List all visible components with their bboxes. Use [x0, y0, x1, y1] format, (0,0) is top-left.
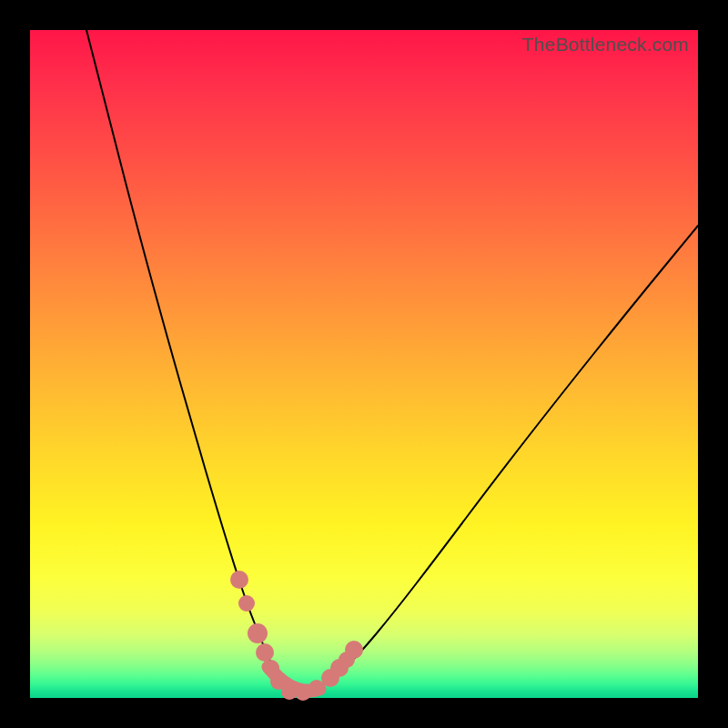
chart-frame: TheBottleneck.com	[0, 0, 728, 728]
curve-layer	[30, 30, 698, 698]
curve-marker	[256, 643, 274, 662]
curve-marker	[345, 641, 363, 659]
curve-marker	[238, 595, 255, 612]
curve-markers	[230, 571, 363, 701]
plot-area: TheBottleneck.com	[30, 30, 698, 698]
bottleneck-curve	[86, 30, 698, 693]
curve-marker	[248, 623, 268, 643]
curve-marker	[230, 571, 248, 589]
